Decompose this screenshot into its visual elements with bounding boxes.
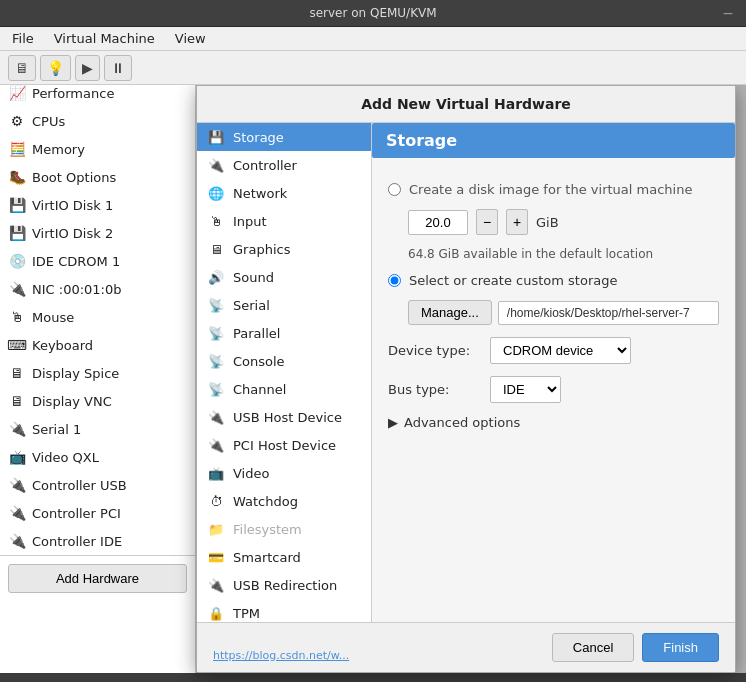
sidebar-item-nic[interactable]: 🔌 NIC :00:01:0b: [0, 275, 195, 303]
hw-item-usb-redir[interactable]: 🔌 USB Redirection: [197, 571, 371, 599]
sidebar-label-memory: Memory: [32, 142, 85, 157]
sidebar-item-controller-pci[interactable]: 🔌 Controller PCI: [0, 499, 195, 527]
hw-label-storage: Storage: [233, 130, 284, 145]
toolbar-play[interactable]: ▶: [75, 55, 100, 81]
hw-item-network[interactable]: 🌐 Network: [197, 179, 371, 207]
radio-create-disk-label: Create a disk image for the virtual mach…: [409, 182, 692, 197]
sidebar-item-controller-usb[interactable]: 🔌 Controller USB: [0, 471, 195, 499]
sidebar-bottom: Add Hardware: [0, 555, 195, 601]
sidebar-icon-boot-options: 🥾: [8, 168, 26, 186]
hw-item-pci-host[interactable]: 🔌 PCI Host Device: [197, 431, 371, 459]
dialog-title: Add New Virtual Hardware: [197, 86, 735, 123]
hw-icon-pci-host: 🔌: [207, 436, 225, 454]
sidebar-label-boot-options: Boot Options: [32, 170, 116, 185]
dialog-body: 💾 Storage🔌 Controller🌐 Network🖱 Input🖥 G…: [197, 123, 735, 622]
dialog-footer: https://blog.csdn.net/w... Cancel Finish: [197, 622, 735, 672]
menu-file[interactable]: File: [8, 29, 38, 48]
manage-button[interactable]: Manage...: [408, 300, 492, 325]
add-hardware-button[interactable]: Add Hardware: [8, 564, 187, 593]
sidebar-item-virtio-disk-2[interactable]: 💾 VirtIO Disk 2: [0, 219, 195, 247]
hw-item-usb-host[interactable]: 🔌 USB Host Device: [197, 403, 371, 431]
hw-item-watchdog[interactable]: ⏱ Watchdog: [197, 487, 371, 515]
sidebar-label-controller-pci: Controller PCI: [32, 506, 121, 521]
sidebar-label-keyboard: Keyboard: [32, 338, 93, 353]
hw-icon-tpm: 🔒: [207, 604, 225, 622]
toolbar-monitor[interactable]: 🖥: [8, 55, 36, 81]
sidebar-item-mouse[interactable]: 🖱 Mouse: [0, 303, 195, 331]
hw-label-watchdog: Watchdog: [233, 494, 298, 509]
sidebar-item-display-spice[interactable]: 🖥 Display Spice: [0, 359, 195, 387]
titlebar: server on QEMU/KVM −: [0, 0, 746, 27]
storage-path-input[interactable]: [498, 301, 719, 325]
hw-item-filesystem: 📁 Filesystem: [197, 515, 371, 543]
hw-label-parallel: Parallel: [233, 326, 280, 341]
main-layout: 🖥 Overview📈 Performance⚙ CPUs🧮 Memory🥾 B…: [0, 51, 746, 673]
hw-label-video: Video: [233, 466, 269, 481]
sidebar-label-serial-1: Serial 1: [32, 422, 81, 437]
hw-item-input[interactable]: 🖱 Input: [197, 207, 371, 235]
disk-available: 64.8 GiB available in the default locati…: [408, 247, 719, 261]
hw-icon-smartcard: 💳: [207, 548, 225, 566]
sidebar-icon-mouse: 🖱: [8, 308, 26, 326]
device-type-select[interactable]: CDROM device Disk device Floppy device L…: [490, 337, 631, 364]
sidebar-item-display-vnc[interactable]: 🖥 Display VNC: [0, 387, 195, 415]
hw-item-channel[interactable]: 📡 Channel: [197, 375, 371, 403]
hw-item-video[interactable]: 📺 Video: [197, 459, 371, 487]
sidebar-label-display-vnc: Display VNC: [32, 394, 112, 409]
menu-view[interactable]: View: [171, 29, 210, 48]
toolbar: 🖥 💡 ▶ ⏸: [0, 51, 746, 85]
sidebar-item-boot-options[interactable]: 🥾 Boot Options: [0, 163, 195, 191]
sidebar-item-serial-1[interactable]: 🔌 Serial 1: [0, 415, 195, 443]
sidebar-icon-nic: 🔌: [8, 280, 26, 298]
finish-button[interactable]: Finish: [642, 633, 719, 662]
hw-label-network: Network: [233, 186, 287, 201]
disk-size-input[interactable]: [408, 210, 468, 235]
sidebar-item-memory[interactable]: 🧮 Memory: [0, 135, 195, 163]
hw-icon-usb-host: 🔌: [207, 408, 225, 426]
sidebar-item-video-qxl[interactable]: 📺 Video QXL: [0, 443, 195, 471]
hw-item-serial[interactable]: 📡 Serial: [197, 291, 371, 319]
toolbar-bulb[interactable]: 💡: [40, 55, 71, 81]
sidebar-item-controller-ide[interactable]: 🔌 Controller IDE: [0, 527, 195, 555]
hw-item-console[interactable]: 📡 Console: [197, 347, 371, 375]
sidebar-label-controller-ide: Controller IDE: [32, 534, 122, 549]
dialog: Add New Virtual Hardware 💾 Storage🔌 Cont…: [196, 85, 736, 673]
dialog-backdrop: Add New Virtual Hardware 💾 Storage🔌 Cont…: [196, 85, 746, 673]
hw-label-console: Console: [233, 354, 285, 369]
sidebar-label-performance: Performance: [32, 86, 114, 101]
advanced-options[interactable]: ▶ Advanced options: [388, 415, 719, 430]
titlebar-close[interactable]: −: [722, 5, 734, 21]
sidebar-item-keyboard[interactable]: ⌨ Keyboard: [0, 331, 195, 359]
sidebar-icon-memory: 🧮: [8, 140, 26, 158]
bus-type-select[interactable]: IDE VirtIO SATA USB SCSI: [490, 376, 561, 403]
hw-item-storage[interactable]: 💾 Storage: [197, 123, 371, 151]
sidebar-item-virtio-disk-1[interactable]: 💾 VirtIO Disk 1: [0, 191, 195, 219]
hw-item-smartcard[interactable]: 💳 Smartcard: [197, 543, 371, 571]
hw-item-tpm[interactable]: 🔒 TPM: [197, 599, 371, 622]
hw-icon-serial: 📡: [207, 296, 225, 314]
hw-item-graphics[interactable]: 🖥 Graphics: [197, 235, 371, 263]
hw-item-parallel[interactable]: 📡 Parallel: [197, 319, 371, 347]
sidebar-label-ide-cdrom-1: IDE CDROM 1: [32, 254, 120, 269]
hw-icon-graphics: 🖥: [207, 240, 225, 258]
hw-label-pci-host: PCI Host Device: [233, 438, 336, 453]
radio-create-disk-input[interactable]: [388, 183, 401, 196]
hw-item-controller[interactable]: 🔌 Controller: [197, 151, 371, 179]
radio-custom-storage-input[interactable]: [388, 274, 401, 287]
disk-minus-button[interactable]: −: [476, 209, 498, 235]
disk-plus-button[interactable]: +: [506, 209, 528, 235]
sidebar-item-cpus[interactable]: ⚙ CPUs: [0, 107, 195, 135]
toolbar-pause[interactable]: ⏸: [104, 55, 132, 81]
menu-vm[interactable]: Virtual Machine: [50, 29, 159, 48]
radio-custom-storage-label: Select or create custom storage: [409, 273, 617, 288]
bus-type-row: Bus type: IDE VirtIO SATA USB SCSI: [388, 376, 719, 403]
footer-link[interactable]: https://blog.csdn.net/w...: [213, 649, 349, 662]
cancel-button[interactable]: Cancel: [552, 633, 634, 662]
sidebar-icon-cpus: ⚙: [8, 112, 26, 130]
hw-label-smartcard: Smartcard: [233, 550, 301, 565]
sidebar-item-ide-cdrom-1[interactable]: 💿 IDE CDROM 1: [0, 247, 195, 275]
hw-icon-input: 🖱: [207, 212, 225, 230]
bus-type-label: Bus type:: [388, 382, 478, 397]
radio-custom-storage: Select or create custom storage: [388, 273, 719, 288]
hw-item-sound[interactable]: 🔊 Sound: [197, 263, 371, 291]
